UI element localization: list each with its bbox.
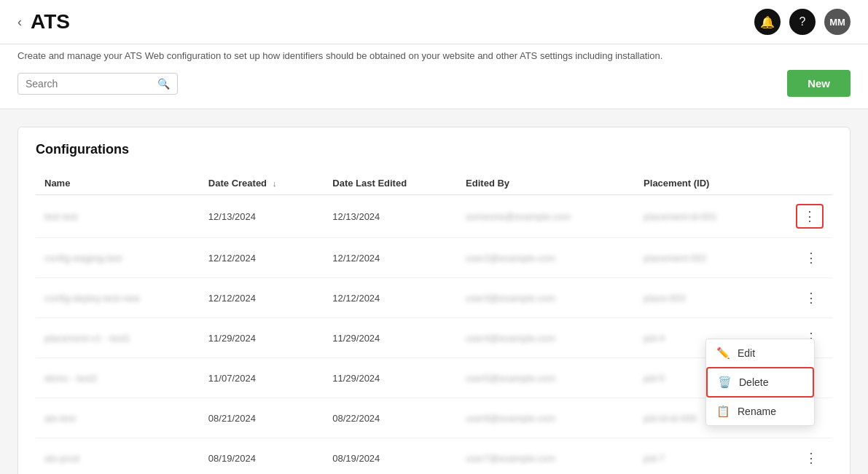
cell-date-last-edited: 12/12/2024 <box>324 278 457 318</box>
placement-id-value: place-003 <box>644 293 685 304</box>
avatar[interactable]: MM <box>824 9 851 35</box>
search-box[interactable]: 🔍 <box>17 73 178 95</box>
more-options-button[interactable]: ⋮ <box>799 287 824 309</box>
edit-label: Edit <box>738 347 755 359</box>
placement-id-value: pid-4 <box>644 333 665 344</box>
col-date-edited: Date Last Edited <box>324 172 457 195</box>
top-bar-right: 🔔 ? MM <box>754 9 851 35</box>
top-bar: ‹ ATS 🔔 ? MM <box>0 0 868 44</box>
more-options-button[interactable]: ⋮ <box>799 247 824 269</box>
bell-icon: 🔔 <box>760 15 775 29</box>
sort-icon: ↓ <box>273 179 277 188</box>
cell-name: placement-v1 - test1 <box>36 318 200 358</box>
cell-date-last-edited: 11/29/2024 <box>324 358 457 398</box>
delete-icon: 🗑️ <box>718 376 732 389</box>
page-title: ATS <box>31 10 70 33</box>
cell-date-created: 12/12/2024 <box>200 278 324 318</box>
rename-label: Rename <box>738 406 776 417</box>
page-subtitle: Create and manage your ATS Web configura… <box>17 50 851 61</box>
col-date-created[interactable]: Date Created ↓ <box>200 172 324 195</box>
search-new-row: 🔍 New <box>17 70 851 97</box>
cell-placement-id: place-003 <box>635 278 767 318</box>
cell-date-last-edited: 12/13/2024 <box>324 195 457 238</box>
cell-date-created: 11/07/2024 <box>200 358 324 398</box>
name-value: demo - test2 <box>44 373 97 384</box>
cell-actions: ⋮ <box>767 438 832 475</box>
placement-id-value: pid-5 <box>644 373 665 384</box>
configurations-table: Name Date Created ↓ Date Last Edited Edi… <box>36 172 832 474</box>
cell-edited-by: user7@example.com <box>457 438 635 475</box>
table-row: config-deploy-test-new12/12/202412/12/20… <box>36 278 832 318</box>
notification-button[interactable]: 🔔 <box>754 9 781 35</box>
col-actions <box>767 172 832 195</box>
context-menu-delete[interactable]: 🗑️ Delete <box>706 367 814 398</box>
cell-date-created: 08/21/2024 <box>200 398 324 438</box>
cell-edited-by: user5@example.com <box>457 358 635 398</box>
configurations-title: Configurations <box>36 142 832 157</box>
placement-id-value: pid-7 <box>644 453 665 464</box>
cell-placement-id: placement-id-001 <box>635 195 767 238</box>
edited-by-value: user3@example.com <box>466 293 555 304</box>
context-menu-edit[interactable]: ✏️ Edit <box>706 339 814 367</box>
cell-edited-by: user4@example.com <box>457 318 635 358</box>
name-value: placement-v1 - test1 <box>44 333 130 344</box>
cell-actions: ⋮ <box>767 195 832 238</box>
cell-date-created: 08/19/2024 <box>200 438 324 475</box>
cell-name: config-staging-test <box>36 238 200 278</box>
placement-id-value: placement-id-001 <box>644 211 716 222</box>
edit-icon: ✏️ <box>716 347 730 360</box>
edited-by-value: user6@example.com <box>466 413 555 424</box>
table-row: test test12/13/202412/13/2024someone@exa… <box>36 195 832 238</box>
more-options-button[interactable]: ⋮ <box>796 204 824 229</box>
cell-name: config-deploy-test-new <box>36 278 200 318</box>
cell-actions: ⋮ <box>767 238 832 278</box>
edited-by-value: user2@example.com <box>466 253 555 264</box>
main-content: Configurations Name Date Created ↓ Date … <box>0 109 868 474</box>
search-icon: 🔍 <box>157 78 170 90</box>
avatar-initials: MM <box>829 17 845 28</box>
delete-label: Delete <box>739 376 768 388</box>
col-name: Name <box>36 172 200 195</box>
search-input[interactable] <box>26 78 157 90</box>
more-options-button[interactable]: ⋮ <box>799 447 824 469</box>
name-value: ats-test <box>44 413 76 424</box>
cell-date-last-edited: 08/19/2024 <box>324 438 457 475</box>
cell-name: ats-test <box>36 398 200 438</box>
col-placement: Placement (ID) <box>635 172 767 195</box>
edited-by-value: user5@example.com <box>466 373 555 384</box>
cell-edited-by: user6@example.com <box>457 398 635 438</box>
table-row: ats-prod08/19/202408/19/2024user7@exampl… <box>36 438 832 475</box>
cell-edited-by: someone@example.com <box>457 195 635 238</box>
table-body: test test12/13/202412/13/2024someone@exa… <box>36 195 832 475</box>
col-edited-by: Edited By <box>457 172 635 195</box>
cell-date-last-edited: 12/12/2024 <box>324 238 457 278</box>
name-value: ats-prod <box>44 453 79 464</box>
cell-placement-id: placement-002 <box>635 238 767 278</box>
configurations-card: Configurations Name Date Created ↓ Date … <box>17 127 851 474</box>
cell-placement-id: pid-7 <box>635 438 767 475</box>
cell-actions: ⋮ <box>767 278 832 318</box>
context-menu-rename[interactable]: 📋 Rename <box>706 398 814 425</box>
top-bar-left: ‹ ATS <box>17 10 70 33</box>
cell-date-created: 12/13/2024 <box>200 195 324 238</box>
new-button[interactable]: New <box>787 70 851 97</box>
back-button[interactable]: ‹ <box>17 15 22 30</box>
name-value: config-deploy-test-new <box>44 293 140 304</box>
table-header: Name Date Created ↓ Date Last Edited Edi… <box>36 172 832 195</box>
table-row: config-staging-test12/12/202412/12/2024u… <box>36 238 832 278</box>
cell-name: ats-prod <box>36 438 200 475</box>
cell-edited-by: user2@example.com <box>457 238 635 278</box>
cell-date-last-edited: 08/22/2024 <box>324 398 457 438</box>
edited-by-value: user4@example.com <box>466 333 555 344</box>
cell-date-created: 12/12/2024 <box>200 238 324 278</box>
cell-edited-by: user3@example.com <box>457 278 635 318</box>
cell-date-last-edited: 11/29/2024 <box>324 318 457 358</box>
placement-id-value: placement-002 <box>644 253 706 264</box>
placement-id-value: pid-id-id-006 <box>644 413 696 424</box>
name-value: config-staging-test <box>44 253 122 264</box>
help-icon: ? <box>799 15 806 28</box>
cell-name: demo - test2 <box>36 358 200 398</box>
cell-date-created: 11/29/2024 <box>200 318 324 358</box>
help-button[interactable]: ? <box>789 9 816 35</box>
edited-by-value: user7@example.com <box>466 453 555 464</box>
